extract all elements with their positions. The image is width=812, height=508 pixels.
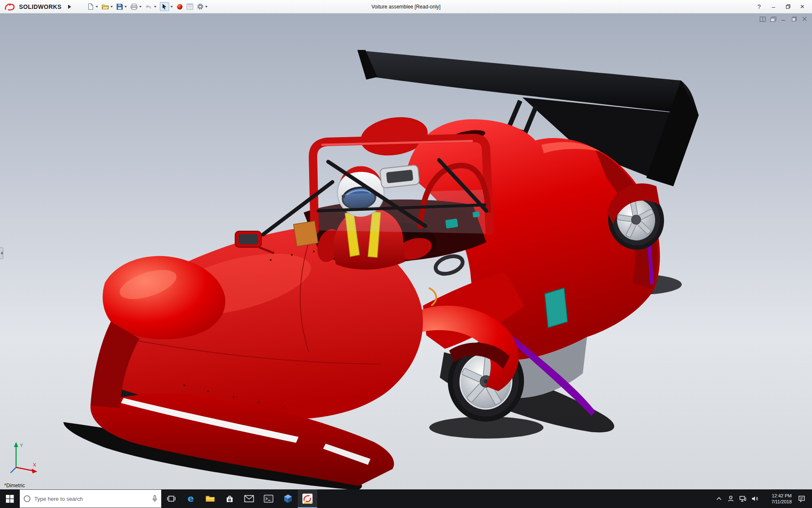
tray-time: 12:42 PM	[760, 493, 792, 499]
taskbar-edge[interactable]: e	[181, 489, 200, 508]
options-gear-icon	[197, 3, 204, 10]
task-view-icon	[167, 494, 176, 503]
edge-icon: e	[186, 494, 196, 504]
document-window-controls	[759, 16, 809, 22]
graphics-viewport: Y X *Dimetric	[0, 14, 812, 489]
panel-collapse-handle[interactable]	[0, 247, 3, 259]
restore-button[interactable]	[781, 0, 795, 14]
store-icon	[225, 494, 234, 503]
view-orientation-label: *Dimetric	[4, 483, 25, 489]
taskbar-mail[interactable]	[239, 489, 259, 508]
action-center-button[interactable]	[793, 489, 809, 508]
toolbar-new-document[interactable]	[85, 1, 100, 13]
solidworks-logo-icon	[4, 3, 17, 11]
dropdown-caret-icon[interactable]	[110, 6, 113, 8]
start-button[interactable]	[0, 489, 19, 508]
dropdown-caret-icon[interactable]	[124, 6, 127, 8]
tray-chevron-button[interactable]	[713, 489, 725, 508]
toolbar-design-table[interactable]	[185, 1, 195, 13]
orange-panel	[294, 221, 318, 246]
quick-toolbar	[85, 0, 209, 14]
triad-z-axis-icon	[11, 467, 16, 473]
menu-flyout-arrow-icon[interactable]	[68, 5, 71, 9]
tile-window-icon[interactable]	[759, 16, 766, 22]
new-document-icon	[87, 3, 94, 10]
print-icon	[130, 3, 138, 10]
tray-people-button[interactable]	[725, 489, 737, 508]
mail-icon	[244, 495, 254, 502]
toolbar-save[interactable]	[115, 1, 129, 13]
tray-clock[interactable]: 12:42 PM 7/11/2018	[760, 493, 793, 505]
restore-doc-icon[interactable]	[790, 16, 798, 22]
tray-volume-button[interactable]	[749, 489, 760, 508]
select-cursor-icon	[162, 3, 167, 10]
design-table-icon	[187, 3, 193, 10]
taskbar-file-explorer[interactable]	[200, 489, 220, 508]
side-window-teal	[545, 288, 568, 328]
search-input[interactable]	[34, 496, 152, 502]
appearance-sphere-icon	[176, 3, 183, 10]
model-viewport-canvas[interactable]	[0, 14, 812, 489]
minimize-doc-icon[interactable]	[780, 16, 787, 22]
tray-chevron-icon	[716, 497, 721, 500]
taskbar-3d-viewer[interactable]	[278, 489, 298, 508]
taskbar-search[interactable]	[19, 489, 162, 508]
save-icon	[116, 3, 123, 10]
toolbar-options[interactable]	[195, 1, 209, 13]
triad-y-label: Y	[20, 443, 23, 448]
taskbar-console[interactable]	[259, 489, 278, 508]
cortana-circle-icon[interactable]	[23, 495, 31, 502]
toolbar-appearance[interactable]	[175, 1, 185, 13]
taskbar-task-view[interactable]	[162, 489, 181, 508]
microphone-icon[interactable]	[152, 495, 158, 502]
toolbar-print[interactable]	[129, 1, 143, 13]
orientation-triad[interactable]: Y X	[7, 439, 42, 477]
titlebar: SOLIDWORKS	[0, 0, 812, 14]
toolbar-undo[interactable]	[143, 1, 158, 13]
taskbar: e 2017	[0, 489, 812, 508]
cube-3d-icon	[283, 494, 293, 504]
tray-date: 7/11/2018	[760, 499, 792, 505]
close-button[interactable]: ×	[795, 0, 809, 14]
toolbar-open-document[interactable]	[100, 1, 115, 13]
console-icon	[263, 494, 274, 503]
help-button[interactable]: ?	[752, 0, 766, 14]
solidworks-menu-button[interactable]: SOLIDWORKS	[0, 3, 61, 11]
undo-icon	[145, 4, 153, 10]
document-title: Voiture assemblee [Read-only]	[371, 0, 440, 14]
new-window-icon[interactable]	[769, 16, 777, 22]
solidworks-window: SOLIDWORKS	[0, 0, 812, 508]
solidworks-version-badge: 2017	[304, 501, 313, 505]
triad-y-axis-icon	[14, 442, 18, 447]
toolbar-select-tool[interactable]	[158, 1, 175, 13]
dropdown-caret-icon[interactable]	[205, 6, 208, 8]
open-document-icon	[102, 3, 109, 10]
system-tray: 12:42 PM 7/11/2018	[713, 489, 812, 508]
window-controls: ? – ×	[752, 0, 812, 14]
network-icon	[739, 496, 746, 502]
action-center-icon	[798, 495, 805, 502]
race-car-model	[63, 50, 699, 489]
close-doc-icon[interactable]	[801, 16, 809, 22]
dropdown-caret-icon[interactable]	[139, 6, 142, 8]
triad-x-label: X	[33, 462, 36, 467]
windows-logo-icon	[6, 495, 14, 503]
restore-icon	[786, 4, 790, 9]
volume-icon	[751, 496, 758, 502]
dropdown-caret-icon[interactable]	[154, 6, 156, 8]
windscreen-glass	[311, 190, 489, 234]
solidworks-app-icon: 2017	[302, 493, 313, 504]
people-icon	[727, 495, 734, 502]
taskbar-store[interactable]	[220, 489, 239, 508]
tray-network-button[interactable]	[737, 489, 749, 508]
file-explorer-icon	[205, 494, 215, 503]
select-tool-pressed-state	[160, 2, 169, 11]
svg-text:e: e	[188, 494, 194, 504]
dropdown-caret-icon[interactable]	[170, 6, 173, 8]
dropdown-caret-icon[interactable]	[96, 6, 98, 8]
app-name: SOLIDWORKS	[19, 3, 61, 10]
periscope-intake	[380, 165, 420, 188]
minimize-button[interactable]: –	[766, 0, 781, 14]
taskbar-solidworks[interactable]: 2017	[298, 489, 317, 508]
triad-x-axis-icon	[32, 469, 37, 473]
